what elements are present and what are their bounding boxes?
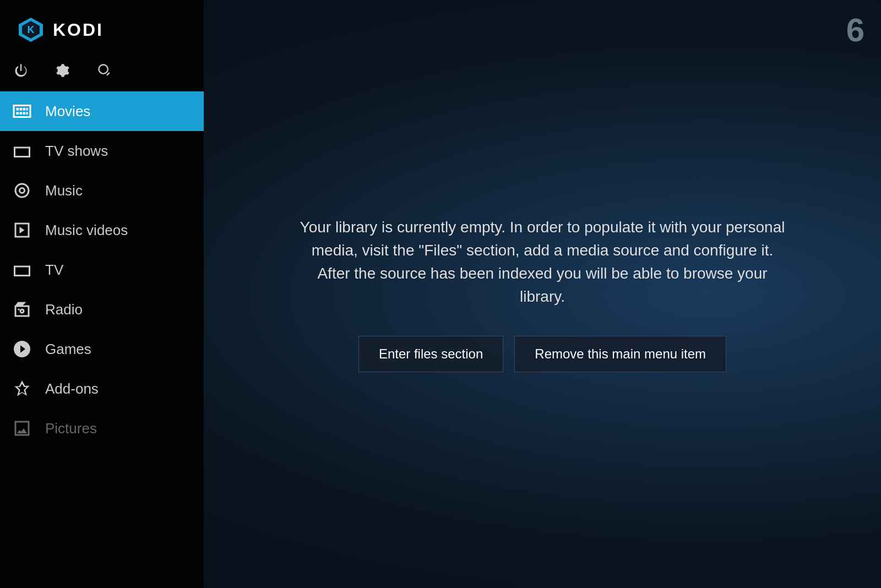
radio-label: Radio: [45, 301, 83, 318]
sidebar-item-tv-shows[interactable]: TV shows: [0, 131, 204, 171]
nav-menu: Movies TV shows Music: [0, 91, 204, 588]
radio-icon: [11, 298, 33, 320]
sidebar-item-radio[interactable]: Radio: [0, 290, 204, 329]
app-title: KODI: [53, 20, 104, 40]
sidebar-item-music[interactable]: Music: [0, 171, 204, 210]
remove-menu-item-button[interactable]: Remove this main menu item: [514, 336, 726, 372]
sidebar-item-add-ons[interactable]: Add-ons: [0, 369, 204, 409]
tv-label: TV: [45, 262, 63, 279]
empty-library-message: Your library is currently empty. In orde…: [295, 216, 790, 308]
movies-label: Movies: [45, 103, 90, 120]
tv-shows-label: TV shows: [45, 143, 108, 160]
kodi-logo-icon: K: [17, 15, 45, 44]
tv-icon: [11, 259, 33, 281]
main-content: Your library is currently empty. In orde…: [204, 0, 881, 588]
sidebar-item-music-videos[interactable]: Music videos: [0, 210, 204, 250]
music-icon: [11, 179, 33, 202]
settings-button[interactable]: [53, 61, 73, 80]
games-label: Games: [45, 341, 91, 358]
music-videos-icon: [11, 219, 33, 241]
tv-shows-icon: [11, 140, 33, 162]
music-label: Music: [45, 182, 83, 199]
svg-text:K: K: [28, 24, 35, 35]
addons-icon: [11, 378, 33, 400]
enter-files-button[interactable]: Enter files section: [358, 336, 503, 372]
action-buttons: Enter files section Remove this main men…: [358, 336, 726, 372]
logo-area: K KODI: [0, 0, 204, 55]
movies-icon: [11, 100, 33, 122]
pictures-label: Pictures: [45, 420, 97, 437]
music-videos-label: Music videos: [45, 222, 128, 239]
top-icons-bar: [0, 55, 204, 91]
pictures-icon: [11, 417, 33, 439]
games-icon: [11, 338, 33, 360]
search-button[interactable]: [95, 61, 115, 80]
sidebar-item-movies[interactable]: Movies: [0, 91, 204, 131]
add-ons-label: Add-ons: [45, 380, 99, 398]
power-button[interactable]: [11, 61, 31, 80]
sidebar-item-games[interactable]: Games: [0, 329, 204, 369]
corner-label: 6: [846, 11, 864, 49]
sidebar: K KODI Movie: [0, 0, 204, 588]
sidebar-item-tv[interactable]: TV: [0, 250, 204, 290]
sidebar-item-pictures[interactable]: Pictures: [0, 409, 204, 448]
